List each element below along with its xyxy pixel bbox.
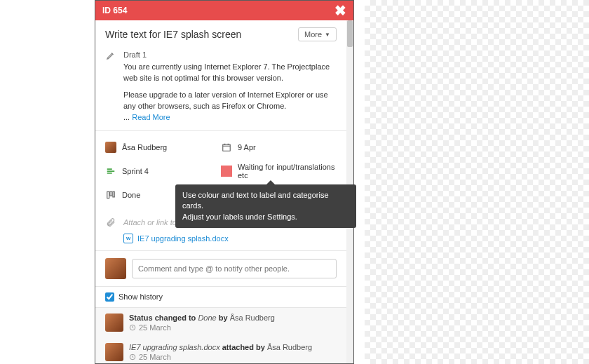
sprint-name: Sprint 4 bbox=[122, 167, 149, 175]
column-name: Done bbox=[122, 191, 140, 199]
card-title[interactable]: Write text for IE7 splash screen bbox=[105, 29, 241, 40]
paperclip-icon bbox=[105, 217, 116, 228]
scrollbar-thumb[interactable] bbox=[347, 20, 353, 47]
pencil-icon[interactable] bbox=[105, 50, 116, 61]
label-tooltip: Use colour and text to label and categor… bbox=[175, 184, 356, 228]
date-cell[interactable]: 9 Apr bbox=[221, 138, 337, 156]
avatar bbox=[105, 258, 126, 279]
sprint-icon bbox=[105, 166, 116, 177]
svg-rect-0 bbox=[223, 144, 231, 151]
history-list: Status changed to Done by Åsa Rudberg 25… bbox=[95, 308, 346, 363]
card-id: ID 654 bbox=[102, 6, 127, 15]
assignee-cell[interactable]: Åsa Rudberg bbox=[105, 138, 221, 156]
label-color-swatch bbox=[221, 166, 232, 177]
history-item: Status changed to Done by Åsa Rudberg 25… bbox=[95, 308, 346, 337]
comment-input[interactable] bbox=[132, 259, 337, 278]
comment-row bbox=[95, 250, 346, 286]
avatar bbox=[105, 314, 123, 332]
history-text: Status changed to Done by Åsa Rudberg bbox=[129, 314, 275, 322]
history-time: 25 March bbox=[139, 353, 171, 361]
card-modal: ID 654 ✖ Write text for IE7 splash scree… bbox=[95, 0, 354, 364]
draft-label: Draft 1 bbox=[123, 50, 337, 61]
clock-icon bbox=[129, 324, 136, 331]
caret-down-icon: ▼ bbox=[325, 32, 330, 38]
label-text: Waiting for input/translations etc bbox=[238, 163, 337, 180]
history-time: 25 March bbox=[139, 323, 171, 332]
read-more-link[interactable]: Read More bbox=[132, 113, 170, 121]
show-history-toggle[interactable]: Show history bbox=[95, 286, 346, 308]
svg-rect-2 bbox=[110, 191, 112, 196]
ellipsis: ... bbox=[123, 113, 132, 121]
description-p2: Please upgrade to a later version of Int… bbox=[123, 90, 337, 112]
description-body[interactable]: Draft 1 You are currently using Internet… bbox=[123, 50, 337, 123]
history-checkbox[interactable] bbox=[105, 292, 114, 302]
tooltip-line2: Adjust your labels under Settings. bbox=[182, 212, 349, 222]
document-icon: w bbox=[123, 234, 133, 243]
file-name: IE7 upgrading splash.docx bbox=[137, 234, 229, 243]
tooltip-line1: Use colour and text to label and categor… bbox=[182, 190, 349, 212]
history-text: IE7 upgrading splash.docx attached by Ås… bbox=[129, 343, 312, 351]
date-value: 9 Apr bbox=[238, 143, 256, 151]
history-label: Show history bbox=[119, 292, 163, 301]
attached-file[interactable]: w IE7 upgrading splash.docx bbox=[95, 234, 346, 250]
label-cell[interactable]: Waiting for input/translations etc bbox=[221, 162, 337, 180]
clock-icon bbox=[129, 353, 136, 360]
transparency-background bbox=[365, 0, 589, 364]
svg-rect-3 bbox=[113, 191, 114, 197]
close-icon[interactable]: ✖ bbox=[334, 4, 346, 18]
avatar bbox=[105, 343, 123, 361]
column-icon bbox=[105, 189, 116, 201]
description-p1: You are currently using Internet Explore… bbox=[123, 62, 337, 84]
avatar bbox=[105, 142, 116, 153]
assignee-name: Åsa Rudberg bbox=[122, 143, 167, 151]
calendar-icon bbox=[221, 142, 232, 153]
more-label: More bbox=[304, 30, 322, 39]
title-section: Write text for IE7 splash screen More ▼ … bbox=[95, 20, 346, 131]
sprint-cell[interactable]: Sprint 4 bbox=[105, 162, 221, 180]
history-item: IE7 upgrading splash.docx attached by Ås… bbox=[95, 337, 346, 363]
modal-header: ID 654 ✖ bbox=[95, 1, 353, 20]
svg-rect-1 bbox=[107, 191, 109, 198]
more-button[interactable]: More ▼ bbox=[298, 27, 337, 41]
